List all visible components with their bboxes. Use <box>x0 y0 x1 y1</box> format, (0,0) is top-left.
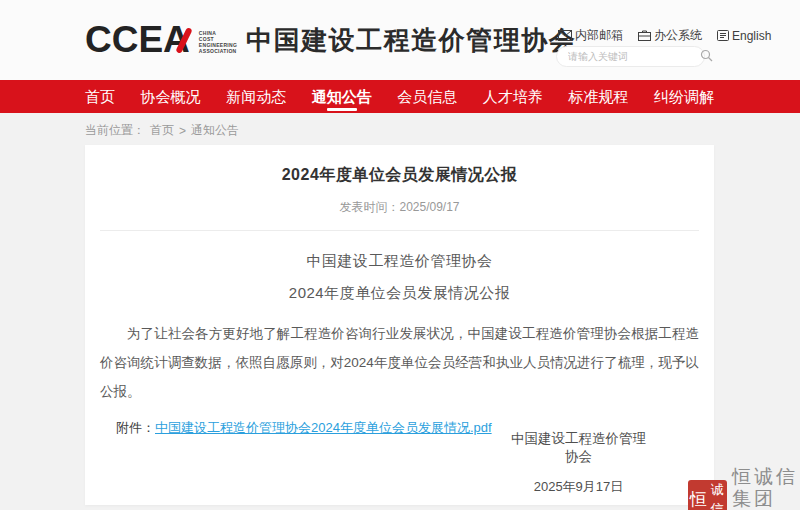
utility-label: 内部邮箱 <box>575 27 623 44</box>
seal-char: 信 <box>708 500 726 510</box>
title-divider <box>100 230 699 231</box>
breadcrumb: 当前位置： 首页 > 通知公告 <box>85 122 239 139</box>
nav-item-home[interactable]: 首页 <box>85 80 115 113</box>
ccea-logo-text: CCEA <box>85 19 190 60</box>
breadcrumb-home-link[interactable]: 首页 <box>150 122 174 139</box>
site-header: CCEA CHINA COST ENGINEERING ASSOCIATION … <box>0 0 800 80</box>
header-utilities: 内部邮箱 办公系统 English <box>558 27 771 44</box>
article-body-org-line: 中国建设工程造价管理协会 <box>85 252 714 271</box>
site-logo[interactable]: CCEA CHINA COST ENGINEERING ASSOCIATION … <box>85 20 576 60</box>
article-paragraph: 为了让社会各方更好地了解工程造价咨询行业发展状况，中国建设工程造价管理协会根据工… <box>100 319 699 406</box>
nav-item-standards[interactable]: 标准规程 <box>568 80 628 113</box>
english-link[interactable]: English <box>717 29 771 43</box>
nav-item-label: 通知公告 <box>312 88 372 105</box>
utility-label: 办公系统 <box>654 27 702 44</box>
nav-item-talent-training[interactable]: 人才培养 <box>483 80 543 113</box>
office-system-link[interactable]: 办公系统 <box>638 27 702 44</box>
logo-subtext-line: ASSOCIATION <box>199 48 237 54</box>
seal-char: 恒 <box>689 481 708 510</box>
breadcrumb-separator: > <box>179 124 186 138</box>
hengchengxin-seal-icon: 恒 诚 信 <box>688 480 727 510</box>
main-nav: 首页 协会概况 新闻动态 通知公告 会员信息 人才培养 标准规程 纠纷调解 <box>0 80 800 113</box>
breadcrumb-prefix: 当前位置： <box>85 122 145 139</box>
site-title: 中国建设工程造价管理协会 <box>246 23 576 58</box>
attachment-label: 附件： <box>116 420 155 435</box>
signature-date: 2025年9月17日 <box>506 478 651 496</box>
nav-item-association-overview[interactable]: 协会概况 <box>141 80 201 113</box>
nav-item-dispute-resolution[interactable]: 纠纷调解 <box>654 80 714 113</box>
logo-subtext: CHINA COST ENGINEERING ASSOCIATION <box>199 26 237 54</box>
book-icon <box>717 30 729 41</box>
breadcrumb-current[interactable]: 通知公告 <box>191 122 239 139</box>
watermark-text: 恒诚信集团 Hengchengxin Group <box>732 465 800 510</box>
ccea-logo-acronym: CCEA <box>85 20 190 60</box>
active-tab-underline <box>327 108 357 111</box>
internal-mail-link[interactable]: 内部邮箱 <box>558 27 623 44</box>
mail-icon <box>558 30 572 41</box>
nav-item-news[interactable]: 新闻动态 <box>226 80 286 113</box>
publish-date: 2025/09/17 <box>399 200 459 214</box>
attachment-pdf-link[interactable]: 中国建设工程造价管理协会2024年度单位会员发展情况.pdf <box>155 420 492 435</box>
article-card: 2024年度单位会员发展情况公报 发表时间：2025/09/17 中国建设工程造… <box>85 145 714 505</box>
article-body-title-line: 2024年度单位会员发展情况公报 <box>85 284 714 303</box>
search-icon[interactable] <box>700 48 713 66</box>
search-input[interactable] <box>568 51 700 62</box>
briefcase-icon <box>638 30 651 41</box>
seal-char: 诚 <box>708 481 726 500</box>
hengchengxin-watermark: 恒 诚 信 恒诚信集团 Hengchengxin Group <box>688 465 800 510</box>
publish-label: 发表时间： <box>339 200 399 214</box>
signature-org: 中国建设工程造价管理协会 <box>506 430 651 466</box>
watermark-name: 恒诚信集团 <box>732 465 800 509</box>
article-title: 2024年度单位会员发展情况公报 <box>85 165 714 186</box>
nav-item-notices[interactable]: 通知公告 <box>312 80 372 113</box>
search-box[interactable] <box>556 46 705 67</box>
nav-item-membership[interactable]: 会员信息 <box>397 80 457 113</box>
article-signature: 中国建设工程造价管理协会 2025年9月17日 <box>506 430 651 496</box>
utility-label: English <box>732 29 771 43</box>
publish-date-line: 发表时间：2025/09/17 <box>85 199 714 216</box>
